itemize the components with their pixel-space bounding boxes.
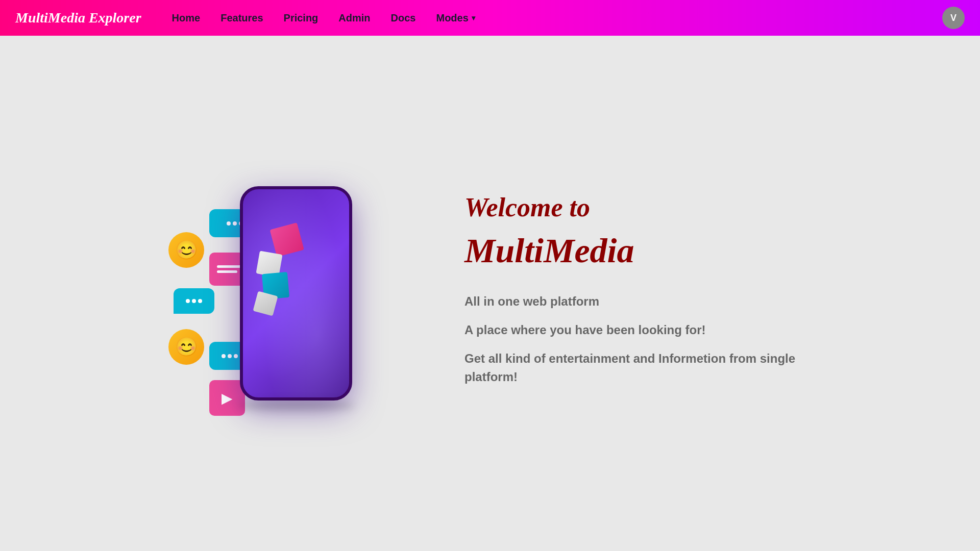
emoji-icon-1: 😊: [168, 232, 204, 268]
nav-links: Home Features Pricing Admin Docs Modes ▾: [172, 12, 965, 24]
nav-admin[interactable]: Admin: [338, 12, 370, 24]
tagline-1: All in one web platform: [464, 292, 822, 311]
tagline-2: A place where you have been looking for!: [464, 321, 822, 339]
phone-shadow: [237, 400, 355, 411]
phone-device: [240, 186, 352, 400]
chat-bubble-2: [174, 288, 214, 314]
nav-pricing[interactable]: Pricing: [284, 12, 318, 24]
avatar[interactable]: V: [942, 7, 965, 29]
main-content: 😊 ♥ ★ 😊: [0, 36, 980, 551]
welcome-line-2: MultiMedia: [464, 230, 822, 272]
nav-home[interactable]: Home: [172, 12, 201, 24]
tagline-3: Get all kind of entertainment and Inform…: [464, 349, 822, 386]
nav-brand[interactable]: MultiMedia Explorer: [15, 10, 141, 26]
nav-features[interactable]: Features: [220, 12, 263, 24]
hero-text-section: Welcome to MultiMedia All in one web pla…: [464, 190, 822, 396]
nav-docs[interactable]: Docs: [391, 12, 416, 24]
pink-bottom-icon: ▶: [209, 380, 245, 416]
navbar: MultiMedia Explorer Home Features Pricin…: [0, 0, 980, 36]
chevron-down-icon: ▾: [472, 14, 475, 22]
welcome-line-1: Welcome to: [464, 190, 822, 225]
hero-illustration: 😊 ♥ ★ 😊: [158, 166, 413, 421]
nav-modes-dropdown[interactable]: Modes ▾: [436, 12, 475, 24]
emoji-icon-2: 😊: [168, 329, 204, 365]
